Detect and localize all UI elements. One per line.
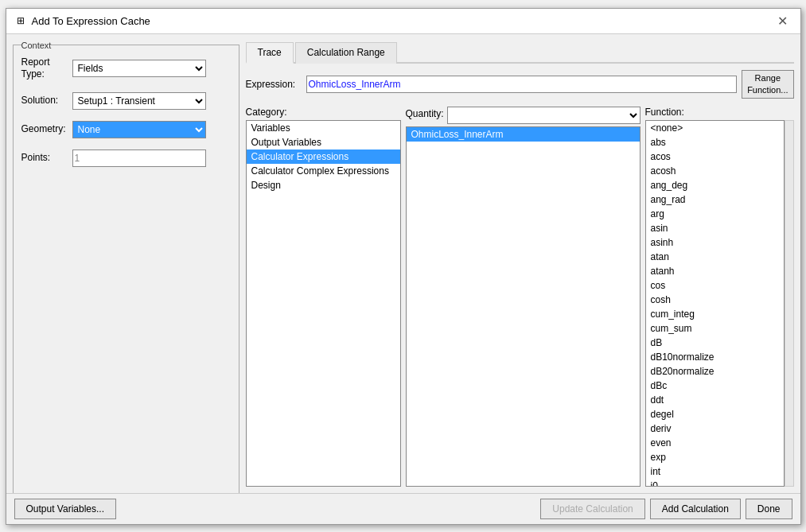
list-item[interactable]: cum_sum: [646, 321, 784, 336]
list-item[interactable]: dB10normalize: [646, 350, 784, 364]
report-type-select[interactable]: Fields: [72, 60, 206, 77]
bottom-right: Update Calculation Add Calculation Done: [540, 499, 792, 519]
bottom-bar: Output Variables... Update Calculation A…: [6, 493, 800, 524]
geometry-label: Geometry:: [21, 123, 69, 136]
dialog: ⊞ Add To Expression Cache ✕ Context Repo…: [6, 8, 801, 525]
output-variables-button[interactable]: Output Variables...: [14, 499, 117, 519]
list-item[interactable]: deriv: [646, 421, 784, 436]
list-item[interactable]: OhmicLoss_InnerArm: [407, 127, 640, 142]
dialog-icon: ⊞: [14, 14, 27, 27]
list-item[interactable]: ang_rad: [646, 192, 784, 207]
dialog-body: Context Report Type: Fields Solution: Se…: [6, 34, 800, 493]
list-item[interactable]: Design: [247, 178, 400, 192]
points-input[interactable]: [72, 150, 206, 167]
title-bar: ⊞ Add To Expression Cache ✕: [6, 9, 800, 34]
function-label: Function:: [645, 107, 794, 118]
report-type-label: Report Type:: [21, 56, 69, 81]
right-panel: Trace Calculation Range Expression: Rang…: [246, 41, 794, 487]
list-item[interactable]: asin: [646, 221, 784, 235]
solution-row: Solution: Setup1 : Transient: [21, 92, 231, 110]
quantity-label: Quantity:: [406, 108, 444, 119]
points-row: Points:: [21, 150, 231, 167]
category-section: Category: VariablesOutput VariablesCalcu…: [246, 107, 401, 487]
solution-select[interactable]: Setup1 : Transient: [72, 92, 206, 110]
list-item[interactable]: Calculator Expressions: [247, 150, 400, 164]
done-button[interactable]: Done: [746, 499, 792, 519]
points-label: Points:: [21, 152, 69, 165]
list-item[interactable]: acos: [646, 150, 784, 164]
solution-label: Solution:: [21, 95, 69, 107]
list-item[interactable]: degel: [646, 407, 784, 421]
context-legend: Context: [21, 41, 52, 50]
function-listbox-container: <none>absacosacoshang_degang_radargasina…: [645, 120, 794, 487]
list-item[interactable]: dBc: [646, 379, 784, 393]
list-item[interactable]: cosh: [646, 293, 784, 307]
list-item[interactable]: int: [646, 464, 784, 479]
list-item[interactable]: j0: [646, 479, 784, 487]
report-type-row: Report Type: Fields: [21, 56, 231, 81]
close-button[interactable]: ✕: [773, 12, 792, 30]
list-item[interactable]: cum_integ: [646, 307, 784, 321]
list-item[interactable]: acosh: [646, 164, 784, 178]
dialog-title: Add To Expression Cache: [32, 15, 150, 27]
list-item[interactable]: dB20normalize: [646, 364, 784, 379]
expression-input[interactable]: [306, 76, 738, 93]
list-item[interactable]: atanh: [646, 264, 784, 278]
quantity-listbox[interactable]: OhmicLoss_InnerArm: [406, 126, 641, 487]
list-item[interactable]: Output Variables: [247, 135, 400, 150]
function-scrollbar[interactable]: [785, 120, 794, 487]
function-section: Function: <none>absacosacoshang_degang_r…: [645, 107, 794, 487]
tabs: Trace Calculation Range: [246, 41, 794, 64]
list-item[interactable]: ddt: [646, 393, 784, 407]
list-item[interactable]: arg: [646, 207, 784, 221]
tab-trace[interactable]: Trace: [246, 42, 294, 64]
list-item[interactable]: even: [646, 436, 784, 450]
geometry-select[interactable]: None: [72, 121, 206, 138]
category-label: Category:: [246, 107, 401, 118]
list-item[interactable]: Variables: [247, 121, 400, 135]
list-item[interactable]: atan: [646, 250, 784, 264]
list-item[interactable]: exp: [646, 450, 784, 464]
tab-calculation-range[interactable]: Calculation Range: [295, 42, 397, 64]
category-listbox[interactable]: VariablesOutput VariablesCalculator Expr…: [246, 120, 401, 487]
list-item[interactable]: <none>: [646, 121, 784, 135]
title-bar-left: ⊞ Add To Expression Cache: [14, 14, 150, 27]
list-item[interactable]: Calculator Complex Expressions: [247, 164, 400, 178]
list-item[interactable]: abs: [646, 135, 784, 150]
expression-row: Expression: RangeFunction...: [246, 70, 794, 99]
quantity-dropdown[interactable]: [447, 107, 641, 124]
right-panel-inner: Trace Calculation Range Expression: Rang…: [246, 41, 794, 487]
bottom-left: Output Variables...: [14, 499, 117, 519]
lists-area: Category: VariablesOutput VariablesCalcu…: [246, 107, 794, 487]
list-item[interactable]: ang_deg: [646, 178, 784, 192]
geometry-row: Geometry: None: [21, 121, 231, 138]
quantity-section: Quantity: OhmicLoss_InnerArm: [406, 107, 641, 487]
update-calculation-button[interactable]: Update Calculation: [540, 499, 644, 519]
list-item[interactable]: dB: [646, 336, 784, 350]
list-item[interactable]: asinh: [646, 235, 784, 250]
quantity-header: Quantity:: [406, 107, 641, 124]
function-listbox[interactable]: <none>absacosacoshang_degang_radargasina…: [645, 120, 785, 487]
list-item[interactable]: cos: [646, 278, 784, 293]
expression-label: Expression:: [246, 79, 302, 90]
add-calculation-button[interactable]: Add Calculation: [650, 499, 741, 519]
range-function-button[interactable]: RangeFunction...: [742, 70, 793, 99]
